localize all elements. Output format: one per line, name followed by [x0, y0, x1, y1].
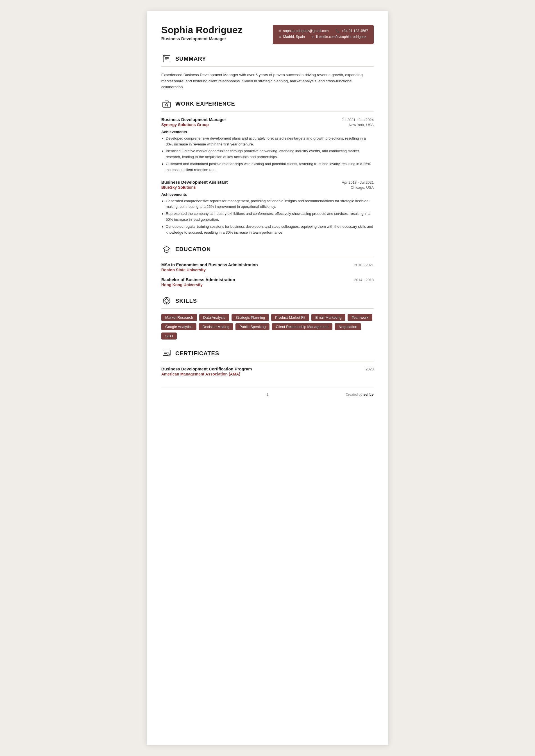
- job-2: Business Development Assistant Apr 2018 …: [161, 180, 374, 236]
- svg-point-10: [170, 251, 170, 251]
- skills-title: SKILLS: [175, 298, 197, 304]
- location-icon: ⊕: [278, 35, 282, 39]
- skills-container: Market ResearchData AnalysisStrategic Pl…: [161, 314, 374, 339]
- skill-tag: Product-Market Fit: [271, 314, 309, 321]
- svg-rect-5: [163, 102, 171, 107]
- edu-2-degree: Bachelor of Business Administration: [161, 277, 235, 282]
- cert-1: Business Development Certification Progr…: [161, 366, 374, 376]
- contact-email: ✉ sophia.rodriguez@gmail.com: [278, 29, 329, 33]
- work-icon: [161, 98, 172, 109]
- job-2-dates: Apr 2018 - Jul 2021: [342, 180, 374, 184]
- summary-title: SUMMARY: [175, 56, 206, 62]
- cert-1-header: Business Development Certification Progr…: [161, 366, 374, 371]
- skill-tag: Decision Making: [199, 323, 233, 330]
- work-experience-title: WORK EXPERIENCE: [175, 100, 235, 107]
- skill-tag: SEO: [161, 333, 177, 339]
- education-icon: [161, 244, 172, 255]
- linkedin-icon: in: [312, 35, 314, 39]
- skill-tag: Strategic Planning: [232, 314, 269, 321]
- job-2-achievements-label: Achievements: [161, 192, 374, 197]
- job-1-title: Business Development Manager: [161, 117, 226, 122]
- job-1-achievements-list: Developed comprehensive development plan…: [161, 136, 374, 173]
- work-experience-header: WORK EXPERIENCE: [161, 98, 374, 112]
- job-1-dates: Jul 2021 - Jan 2024: [342, 118, 374, 122]
- achievement-item: Represented the company at industry exhi…: [166, 211, 374, 223]
- header: Sophia Rodriguez Business Development Ma…: [161, 25, 374, 44]
- achievement-item: Developed comprehensive development plan…: [166, 136, 374, 148]
- edu-1-years: 2018 - 2021: [354, 263, 374, 267]
- skill-tag: Public Speaking: [236, 323, 269, 330]
- certificates-section: CERTIFICATES Business Development Certif…: [161, 348, 374, 376]
- svg-point-4: [163, 56, 165, 57]
- summary-icon: [161, 53, 172, 64]
- contact-card: ✉ sophia.rodriguez@gmail.com 📞 +34 91 12…: [273, 25, 374, 44]
- skill-tag: Teamwork: [348, 314, 372, 321]
- contact-row-1: ✉ sophia.rodriguez@gmail.com 📞 +34 91 12…: [278, 29, 368, 33]
- job-2-header: Business Development Assistant Apr 2018 …: [161, 180, 374, 184]
- contact-location: ⊕ Madrid, Spain: [278, 35, 305, 39]
- work-experience-section: WORK EXPERIENCE Business Development Man…: [161, 98, 374, 236]
- certificates-header: CERTIFICATES: [161, 348, 374, 362]
- phone-icon: 📞: [335, 29, 340, 33]
- edu-2-header: Bachelor of Business Administration 2014…: [161, 277, 374, 282]
- job-2-company-row: BlueSky Solutions Chicago, USA: [161, 185, 374, 190]
- contact-phone: 📞 +34 91 123 4567: [335, 29, 368, 33]
- achievement-item: Conducted regular training sessions for …: [166, 224, 374, 236]
- education-section: EDUCATION MSc in Economics and Business …: [161, 244, 374, 287]
- candidate-name: Sophia Rodriguez: [161, 25, 242, 35]
- cert-1-name: Business Development Certification Progr…: [161, 366, 252, 371]
- edu-1-degree: MSc in Economics and Business Administra…: [161, 262, 258, 267]
- contact-row-2: ⊕ Madrid, Spain in linkedin.com/in/sophi…: [278, 35, 368, 39]
- created-by-label: Created by: [346, 392, 362, 396]
- skills-header: SKILLS: [161, 295, 374, 309]
- skill-tag: Negotiation: [335, 323, 361, 330]
- header-left: Sophia Rodriguez Business Development Ma…: [161, 25, 242, 41]
- job-1-location: New York, USA: [349, 123, 374, 127]
- cert-1-org: American Management Association (AMA): [161, 372, 374, 376]
- job-1-header: Business Development Manager Jul 2021 - …: [161, 117, 374, 122]
- edu-1-school: Boston State University: [161, 268, 374, 272]
- skill-tag: Data Analysis: [199, 314, 229, 321]
- candidate-title: Business Development Manager: [161, 36, 242, 41]
- skills-section: SKILLS Market ResearchData AnalysisStrat…: [161, 295, 374, 339]
- job-2-title: Business Development Assistant: [161, 180, 228, 184]
- edu-1: MSc in Economics and Business Administra…: [161, 262, 374, 272]
- contact-linkedin: in linkedin.com/in/sophia.rodriguez: [312, 35, 366, 39]
- skills-icon: [161, 295, 172, 306]
- edu-2-years: 2014 - 2018: [354, 278, 374, 282]
- edu-2-school: Hong Kong University: [161, 283, 374, 287]
- email-icon: ✉: [278, 29, 282, 33]
- edu-1-header: MSc in Economics and Business Administra…: [161, 262, 374, 267]
- job-2-location: Chicago, USA: [351, 185, 374, 190]
- cert-1-year: 2023: [366, 367, 374, 371]
- job-1: Business Development Manager Jul 2021 - …: [161, 117, 374, 173]
- job-1-achievements-label: Achievements: [161, 130, 374, 134]
- certificates-icon: [161, 348, 172, 359]
- resume-page: Sophia Rodriguez Business Development Ma…: [147, 11, 388, 745]
- achievement-item: Generated comprehensive reports for mana…: [166, 198, 374, 210]
- svg-point-6: [165, 104, 168, 106]
- skill-tag: Client Relationship Management: [272, 323, 332, 330]
- skill-tag: Google Analytics: [161, 323, 196, 330]
- footer: 1 Created by selfcv: [161, 388, 374, 396]
- job-1-company-row: Synergy Solutions Group New York, USA: [161, 122, 374, 127]
- achievement-item: Cultivated and maintained positive relat…: [166, 161, 374, 173]
- selfcv-brand: selfcv: [363, 392, 374, 396]
- svg-point-12: [165, 299, 168, 303]
- summary-text: Experienced Business Development Manager…: [161, 72, 374, 90]
- skill-tag: Market Research: [161, 314, 197, 321]
- created-by: Created by selfcv: [303, 392, 374, 396]
- education-title: EDUCATION: [175, 246, 211, 253]
- summary-section: SUMMARY Experienced Business Development…: [161, 53, 374, 90]
- achievement-item: Identified lucrative market opportunitie…: [166, 148, 374, 160]
- certificates-title: CERTIFICATES: [175, 350, 219, 357]
- job-1-company: Synergy Solutions Group: [161, 122, 209, 127]
- page-number: 1: [232, 392, 303, 396]
- skill-tag: Email Marketing: [311, 314, 345, 321]
- summary-header: SUMMARY: [161, 53, 374, 67]
- job-2-achievements-list: Generated comprehensive reports for mana…: [161, 198, 374, 236]
- education-header: EDUCATION: [161, 244, 374, 257]
- job-2-company: BlueSky Solutions: [161, 185, 196, 190]
- edu-2: Bachelor of Business Administration 2014…: [161, 277, 374, 287]
